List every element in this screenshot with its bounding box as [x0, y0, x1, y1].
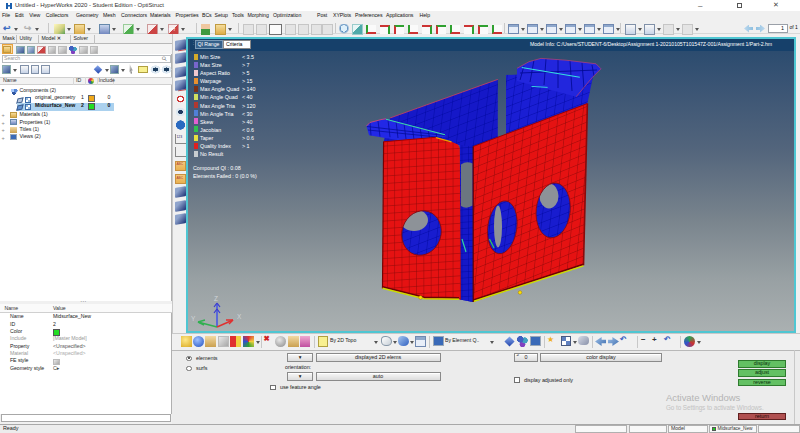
svg-text:Y: Y: [191, 315, 196, 322]
svg-text:Z: Z: [214, 295, 218, 302]
svg-text:X: X: [237, 313, 242, 320]
